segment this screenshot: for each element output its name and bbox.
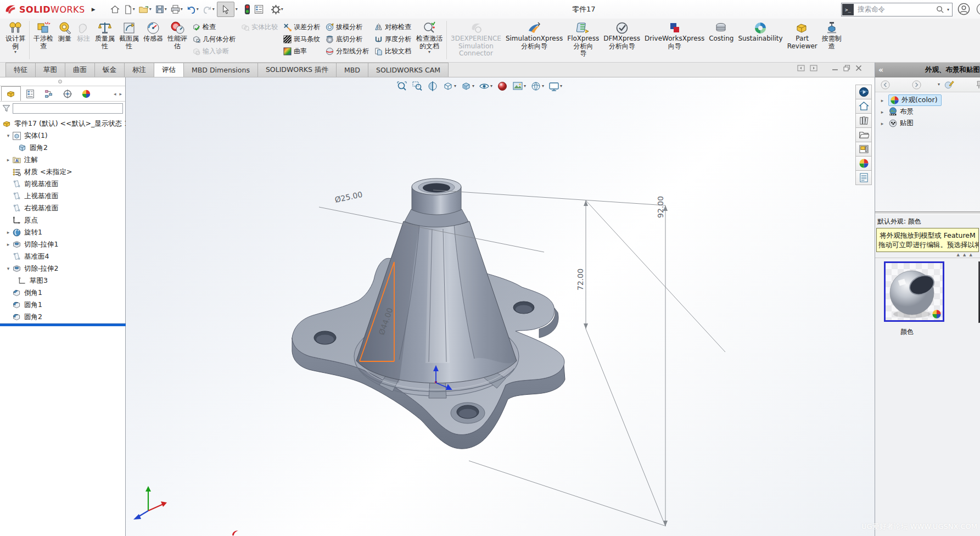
- costing-button[interactable]: Costing: [707, 19, 736, 43]
- sustainability-button[interactable]: Sustainability: [736, 19, 785, 43]
- tree-item-cut-extrude2[interactable]: ▾ 切除-拉伸2: [0, 263, 125, 275]
- search-command-box[interactable]: >_ 搜索命令 ▾: [841, 3, 953, 16]
- tab-scroll-right-icon[interactable]: ▸: [119, 91, 122, 97]
- tab-evaluate[interactable]: 评估: [154, 63, 184, 77]
- display-manager-tab[interactable]: [77, 86, 96, 101]
- floxpress-button[interactable]: FloXpress 分析向 导: [565, 19, 601, 58]
- tree-item-top-plane[interactable]: 上视基准面: [0, 190, 125, 202]
- tree-item-cut-extrude1[interactable]: ▸ 切除-拉伸1: [0, 238, 125, 250]
- check-active-caret[interactable]: ▾: [428, 50, 430, 54]
- tree-item-right-plane[interactable]: 右视基准面: [0, 202, 125, 214]
- undo-dropdown-caret[interactable]: ▾: [197, 7, 199, 12]
- thickness-analysis-button[interactable]: 厚度分析: [374, 34, 411, 44]
- dim-92[interactable]: 92.00: [656, 196, 665, 218]
- rollback-bar[interactable]: [0, 323, 126, 326]
- tab-sheet-metal[interactable]: 钣金: [94, 63, 125, 77]
- section-properties-button[interactable]: 截面属 性: [117, 19, 141, 50]
- color-appearance-thumbnail[interactable]: [884, 261, 944, 322]
- dfmxpress-button[interactable]: DFMXpress 分析向导: [601, 19, 642, 50]
- panel-resize-handle[interactable]: [58, 80, 62, 83]
- search-dropdown-caret[interactable]: ▾: [947, 8, 949, 12]
- tree-item-fillet1[interactable]: 圆角1: [0, 299, 125, 311]
- open-dropdown-caret[interactable]: ▾: [149, 7, 152, 12]
- tree-item-appearances[interactable]: ▸ 外观(color): [875, 94, 980, 106]
- tree-item-fillet2[interactable]: 圆角2: [0, 311, 125, 323]
- measure-button[interactable]: 测量: [55, 19, 74, 43]
- driveworksxpress-button[interactable]: DriveWorksXpress 向导: [642, 19, 707, 50]
- view-palette-tab[interactable]: [855, 142, 872, 157]
- tree-item-sketch3[interactable]: 草图3: [0, 275, 125, 287]
- print-dropdown-caret[interactable]: ▾: [181, 7, 183, 12]
- tree-item-chamfer1[interactable]: 倒角1: [0, 287, 125, 299]
- graphics-viewport[interactable]: ▾ ▾ ▾ ▾ ▾ ▾: [126, 77, 875, 536]
- manufacture-on-demand-button[interactable]: 按需制 造: [820, 19, 844, 50]
- tree-item-front-plane[interactable]: 前视基准面: [0, 178, 125, 190]
- save-dropdown-caret[interactable]: ▾: [165, 7, 167, 12]
- restore-icon[interactable]: [843, 65, 850, 71]
- zebra-stripes-button[interactable]: 斑马条纹: [283, 34, 320, 44]
- sensor-button[interactable]: 传感器: [141, 19, 165, 43]
- options-button[interactable]: ▾: [270, 2, 284, 16]
- help-button[interactable]: [976, 3, 980, 17]
- custom-properties-tab[interactable]: [855, 170, 872, 185]
- check-button[interactable]: 检查: [192, 22, 236, 32]
- performance-evaluation-button[interactable]: [243, 2, 251, 16]
- geometry-analysis-button[interactable]: 几何体分析: [192, 34, 236, 44]
- options-dropdown-caret[interactable]: ▾: [281, 7, 283, 12]
- nav-forward-icon[interactable]: [912, 80, 921, 90]
- open-document-button[interactable]: ▾: [137, 2, 153, 16]
- document-properties-button[interactable]: [253, 2, 265, 16]
- configuration-manager-tab[interactable]: [40, 86, 58, 101]
- featuremanager-tree-tab[interactable]: [1, 86, 21, 101]
- design-study-caret[interactable]: ▾: [14, 50, 16, 54]
- close-icon[interactable]: [855, 65, 862, 71]
- dim-diameter-25[interactable]: Ø25.00: [334, 190, 363, 204]
- property-manager-tab[interactable]: [21, 86, 40, 101]
- select-dropdown-caret[interactable]: ▾: [236, 7, 238, 12]
- search-scope-icon[interactable]: >_: [842, 4, 854, 15]
- tree-item-scenes[interactable]: ▸ 布景: [875, 106, 980, 118]
- expander-right-icon[interactable]: ▸: [878, 98, 886, 103]
- file-explorer-tab[interactable]: [855, 127, 872, 142]
- edit-appearance-pencil-icon[interactable]: [944, 80, 954, 90]
- performance-evaluation-ribbon-button[interactable]: 性能评 估: [165, 19, 189, 50]
- expander-right-icon[interactable]: ▸: [878, 109, 886, 115]
- tab-scroll-left-icon[interactable]: ◂: [114, 91, 116, 97]
- minimize-icon[interactable]: [832, 65, 838, 71]
- search-input[interactable]: 搜索命令: [854, 5, 936, 14]
- user-account-button[interactable]: [957, 3, 970, 17]
- filter-funnel-icon[interactable]: [2, 104, 10, 113]
- tree-item-plane4[interactable]: 基准面4: [0, 250, 125, 263]
- new-dropdown-caret[interactable]: ▾: [133, 7, 135, 12]
- expander-down-icon[interactable]: ▾: [4, 133, 12, 138]
- select-tool-button[interactable]: [217, 2, 234, 17]
- tree-item-annotations[interactable]: ▸ A 注解: [0, 154, 125, 166]
- dim-72[interactable]: 72.00: [576, 269, 585, 291]
- nav-back-icon[interactable]: [881, 80, 890, 90]
- undo-button[interactable]: ▾: [185, 2, 200, 16]
- mass-properties-button[interactable]: 质量属 性: [93, 19, 117, 50]
- design-study-button[interactable]: 设计算 例 ▾: [3, 19, 27, 54]
- draft-analysis-button[interactable]: 拔模分析: [326, 22, 369, 32]
- tree-item-decals[interactable]: ▸ 贴图: [875, 118, 980, 129]
- expander-right-icon[interactable]: ▸: [4, 230, 12, 235]
- appearances-scenes-tab[interactable]: [855, 156, 872, 171]
- pane-splitter-handle[interactable]: ▲ ▲ ▲: [875, 252, 980, 258]
- dimxpert-manager-tab[interactable]: [58, 86, 77, 101]
- part-reviewer-button[interactable]: Part Reviewer: [785, 19, 820, 50]
- undercut-analysis-button[interactable]: 底切分析: [326, 34, 369, 44]
- expander-right-icon[interactable]: ▸: [4, 157, 12, 163]
- menu-expand-arrow[interactable]: ▶: [92, 7, 96, 12]
- parting-line-analysis-button[interactable]: 分型线分析: [326, 46, 369, 57]
- expander-down-icon[interactable]: ▾: [4, 266, 12, 271]
- collapse-pane-icon[interactable]: «: [878, 65, 883, 74]
- tree-item-origin[interactable]: 原点: [0, 214, 125, 226]
- check-active-document-button[interactable]: 检查激活 的文档 ▾: [414, 19, 445, 54]
- solidworks-resources-tab[interactable]: [855, 99, 872, 114]
- simulationxpress-button[interactable]: SimulationXpress 分析向导: [503, 19, 565, 50]
- redo-button[interactable]: ▾: [201, 2, 216, 16]
- print-button[interactable]: ▾: [169, 2, 184, 16]
- deviation-analysis-button[interactable]: 误差分析: [283, 22, 320, 32]
- pin-icon[interactable]: [976, 80, 980, 89]
- tab-mbd[interactable]: MBD: [336, 63, 368, 77]
